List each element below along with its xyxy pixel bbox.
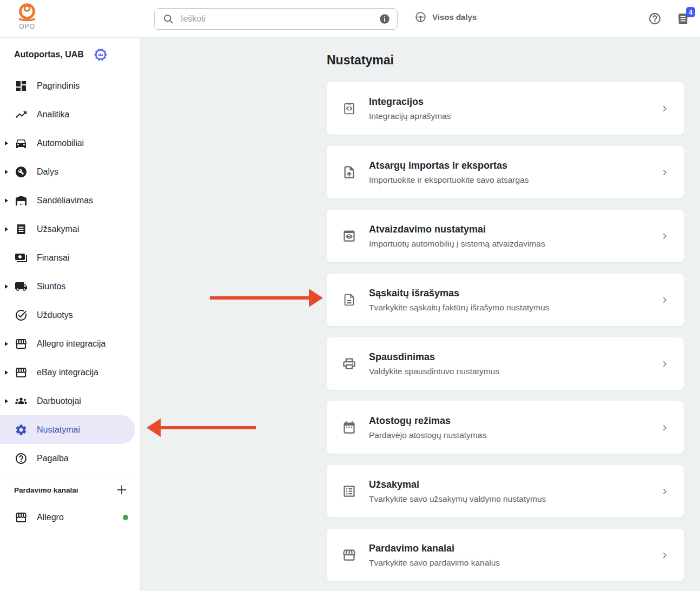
- sidebar-item-uzsakymai[interactable]: Užsakymai: [0, 215, 140, 243]
- annotation-arrow-to-invoice-card: [210, 289, 323, 307]
- card-subtitle: Tvarkykite savo užsakymų valdymo nustaty…: [369, 494, 546, 504]
- sidebar-item-label: Sandėliavimas: [37, 196, 93, 205]
- expand-caret-icon[interactable]: [5, 198, 8, 203]
- search-bar[interactable]: [154, 8, 398, 30]
- settings-card-integracijos[interactable]: Integracijos Integracijų aprašymas: [327, 82, 684, 135]
- expand-caret-icon[interactable]: [5, 342, 8, 346]
- settings-card-atvaizdavimo-nustatymai[interactable]: Atvaizdavimo nustatymai Importuotų autom…: [327, 210, 684, 262]
- calendar-icon: [342, 420, 356, 435]
- expand-caret-icon[interactable]: [5, 399, 8, 403]
- notification-badge: 4: [686, 7, 695, 17]
- expand-caret-icon[interactable]: [5, 141, 8, 145]
- sidebar-item-allegro-integracija[interactable]: Allegro integracija: [0, 329, 140, 358]
- sidebar-item-finansai[interactable]: Finansai: [0, 243, 140, 272]
- warehouse-icon: [15, 194, 28, 207]
- sidebar-item-dalys[interactable]: Dalys: [0, 157, 140, 186]
- card-title: Atvaizdavimo nustatymai: [369, 224, 545, 235]
- list-alt-icon: [342, 484, 356, 499]
- sales-channels-section: Pardavimo kanalai: [0, 475, 140, 504]
- chevron-right-icon: [660, 359, 670, 369]
- truck-icon: [15, 280, 28, 293]
- sidebar-item-nustatymai[interactable]: Nustatymai: [0, 415, 135, 444]
- expand-caret-icon[interactable]: [5, 284, 8, 289]
- settings-card-atostogu-rezimas[interactable]: Atostogų režimas Pardavėjo atostogų nust…: [327, 401, 684, 454]
- steering-wheel-icon: [414, 11, 427, 23]
- build-circle-icon: [15, 165, 28, 178]
- search-input[interactable]: [181, 14, 379, 24]
- storefront-icon: [342, 548, 356, 562]
- receipt-icon: [15, 223, 28, 236]
- invoice-document-icon: [342, 293, 356, 307]
- expand-caret-icon[interactable]: [5, 370, 8, 375]
- sidebar-item-pagrindinis[interactable]: Pagrindinis: [0, 71, 140, 100]
- sidebar-item-darbuotojai[interactable]: Darbuotojai: [0, 387, 140, 415]
- logo-text: OPO: [10, 23, 44, 30]
- help-button[interactable]: [648, 12, 662, 26]
- storefront-icon: [15, 511, 28, 524]
- sidebar: Autoportas, UAB Pagrindinis Analitika Au…: [0, 38, 141, 591]
- card-subtitle: Valdykite spausdintuvo nustatymus: [369, 367, 499, 376]
- car-icon: [15, 137, 28, 150]
- notifications-button[interactable]: 4: [676, 12, 690, 26]
- channel-item-allegro[interactable]: Allegro: [0, 504, 140, 530]
- sidebar-item-label: Užduotys: [37, 310, 73, 320]
- sidebar-item-label: Darbuotojai: [37, 396, 81, 406]
- card-title: Pardavimo kanalai: [369, 543, 500, 554]
- topbar: OPO Visos dalys 4: [0, 0, 700, 38]
- expand-caret-icon[interactable]: [5, 227, 8, 231]
- card-subtitle: Importuokite ir eksportuokite savo atsar…: [369, 175, 529, 185]
- printer-icon: [342, 356, 356, 371]
- sidebar-item-analitika[interactable]: Analitika: [0, 100, 140, 129]
- sidebar-item-label: Siuntos: [37, 282, 65, 291]
- people-icon: [15, 395, 28, 408]
- expand-caret-icon[interactable]: [5, 170, 8, 174]
- add-channel-button plus-icon[interactable]: [115, 483, 128, 496]
- company-header[interactable]: Autoportas, UAB: [0, 38, 140, 71]
- settings-card-list: Integracijos Integracijų aprašymas Atsar…: [327, 82, 684, 581]
- settings-card-atsargu-importas[interactable]: Atsargų importas ir eksportas Importuoki…: [327, 146, 684, 198]
- trending-up-icon: [15, 108, 28, 121]
- app-window: OPO Visos dalys 4 Autoportas, UAB: [0, 0, 700, 591]
- app-logo[interactable]: OPO: [10, 2, 44, 30]
- chevron-right-icon: [660, 104, 670, 114]
- integration-icon: [342, 101, 356, 116]
- annotation-arrow-to-settings-item: [147, 419, 256, 437]
- main-content: Nustatymai Integracijos Integracijų apra…: [141, 38, 700, 591]
- payments-icon: [15, 251, 28, 264]
- dashboard-icon: [15, 79, 28, 92]
- sidebar-item-automobiliai[interactable]: Automobiliai: [0, 129, 140, 157]
- card-title: Spausdinimas: [369, 351, 499, 363]
- sidebar-item-label: Nustatymai: [37, 425, 80, 435]
- storefront-icon: [15, 366, 28, 379]
- preview-icon: [342, 229, 356, 243]
- settings-card-saskaitu-israsymas[interactable]: Sąskaitų išrašymas Tvarkykite sąskaitų f…: [327, 274, 684, 326]
- company-name: Autoportas, UAB: [14, 50, 84, 59]
- card-subtitle: Pardavėjo atostogų nustatymas: [369, 430, 486, 440]
- channel-label: Allegro: [37, 513, 114, 522]
- card-title: Sąskaitų išrašymas: [369, 288, 549, 299]
- settings-card-spausdinimas[interactable]: Spausdinimas Valdykite spausdintuvo nust…: [327, 337, 684, 390]
- section-title: Pardavimo kanalai: [14, 486, 115, 494]
- info-icon[interactable]: [379, 13, 391, 25]
- chevron-right-icon: [660, 550, 670, 560]
- scope-selector[interactable]: Visos dalys: [414, 11, 477, 23]
- scope-label: Visos dalys: [432, 12, 477, 22]
- sidebar-item-label: Automobiliai: [37, 138, 84, 148]
- chevron-right-icon: [660, 423, 670, 433]
- sidebar-item-uzduotys[interactable]: Užduotys: [0, 301, 140, 329]
- card-subtitle: Tvarkykite sąskaitų faktūrų išrašymo nus…: [369, 303, 549, 313]
- sidebar-item-pagalba[interactable]: Pagalba: [0, 444, 140, 473]
- chevron-right-icon: [660, 168, 670, 177]
- card-subtitle: Tvarkykite savo pardavimo kanalus: [369, 558, 500, 568]
- sidebar-item-siuntos[interactable]: Siuntos: [0, 272, 140, 301]
- sidebar-item-label: Dalys: [37, 167, 58, 177]
- premium-seal-icon: [94, 48, 108, 62]
- settings-card-pardavimo-kanalai[interactable]: Pardavimo kanalai Tvarkykite savo pardav…: [327, 529, 684, 581]
- page-title: Nustatymai: [327, 52, 684, 68]
- sidebar-item-label: Analitika: [37, 110, 69, 119]
- sidebar-item-ebay-integracija[interactable]: eBay integracija: [0, 358, 140, 387]
- settings-card-uzsakymai[interactable]: Užsakymai Tvarkykite savo užsakymų valdy…: [327, 465, 684, 517]
- card-title: Užsakymai: [369, 479, 546, 490]
- sidebar-item-sandeliavimas[interactable]: Sandėliavimas: [0, 186, 140, 215]
- chevron-right-icon: [660, 487, 670, 496]
